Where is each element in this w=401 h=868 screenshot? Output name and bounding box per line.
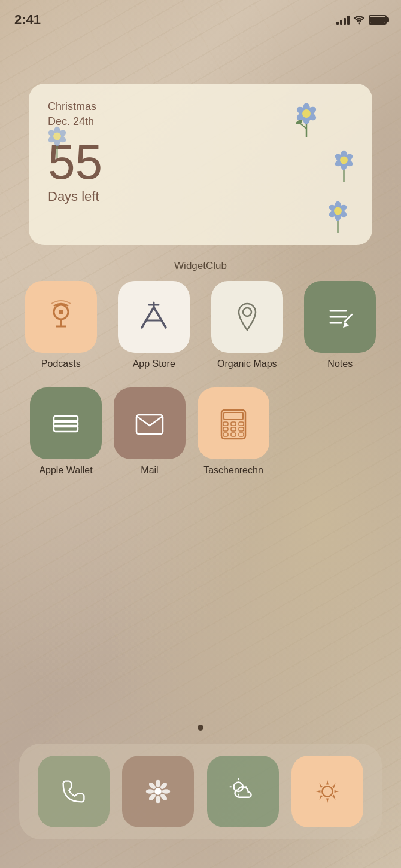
- status-icons: [336, 15, 387, 25]
- svg-rect-58: [223, 427, 228, 431]
- svg-rect-52: [136, 415, 163, 434]
- svg-rect-56: [231, 422, 236, 426]
- mail-icon-bg: [114, 387, 186, 459]
- svg-line-40: [154, 307, 166, 328]
- app-item-podcasts[interactable]: Podcasts: [19, 281, 103, 369]
- page-dot-0[interactable]: [198, 725, 203, 731]
- svg-point-69: [156, 796, 160, 804]
- signal-icon: [336, 15, 350, 25]
- taschenrechner-icon-bg: [198, 387, 269, 459]
- settings-icon: [310, 774, 345, 809]
- svg-rect-55: [223, 422, 228, 426]
- dock-item-weather[interactable]: [207, 756, 279, 827]
- status-time: 2:41: [14, 12, 41, 27]
- app-item-notes[interactable]: Notes: [298, 281, 382, 369]
- app-row-1: Podcasts App Store: [14, 281, 387, 369]
- svg-rect-63: [239, 433, 244, 436]
- taschenrechner-icon: [215, 405, 251, 441]
- svg-point-68: [159, 793, 168, 802]
- svg-point-38: [59, 310, 63, 314]
- flower-decoration-3: [321, 194, 354, 233]
- svg-point-72: [148, 781, 157, 790]
- svg-point-9: [302, 109, 311, 118]
- svg-rect-57: [239, 422, 244, 426]
- app-grid: Podcasts App Store: [14, 281, 387, 494]
- svg-rect-54: [224, 412, 243, 420]
- svg-point-70: [148, 793, 157, 802]
- appstore-icon-bg: [118, 281, 190, 353]
- battery-icon: [369, 15, 387, 25]
- weather-icon: [226, 774, 260, 809]
- dock-item-photos[interactable]: [122, 756, 194, 827]
- photos-icon: [141, 774, 175, 809]
- svg-line-48: [345, 314, 352, 322]
- dock-item-settings[interactable]: [291, 756, 363, 827]
- wallet-icon: [48, 405, 84, 441]
- podcasts-icon-bg: [25, 281, 97, 353]
- taschenrechner-label: Taschenrechn: [203, 465, 263, 476]
- svg-point-67: [162, 789, 171, 794]
- wallet-label: Apple Wallet: [39, 465, 92, 476]
- notes-label: Notes: [327, 359, 353, 369]
- phone-icon: [56, 774, 91, 809]
- svg-rect-59: [231, 427, 236, 431]
- svg-point-78: [323, 786, 333, 796]
- organicmaps-label: Organic Maps: [217, 359, 277, 369]
- notes-icon: [322, 299, 358, 335]
- svg-point-0: [358, 22, 360, 24]
- podcasts-icon: [43, 299, 79, 335]
- dock: [19, 744, 382, 839]
- app-item-wallet[interactable]: Apple Wallet: [24, 387, 108, 476]
- svg-point-18: [340, 157, 348, 164]
- widget-source-label: WidgetClub: [0, 260, 401, 272]
- organicmaps-icon: [229, 299, 265, 335]
- svg-point-65: [156, 780, 160, 788]
- status-bar: 2:41: [0, 0, 401, 32]
- mail-icon: [132, 405, 168, 441]
- flower-decoration-4: [41, 120, 74, 158]
- widget-days-label: Days left: [48, 189, 353, 204]
- svg-point-44: [243, 308, 251, 316]
- svg-rect-61: [223, 433, 228, 436]
- wifi-icon: [353, 15, 365, 25]
- svg-rect-53: [221, 410, 245, 439]
- svg-point-71: [146, 789, 154, 794]
- appstore-icon: [136, 299, 172, 335]
- flower-decoration-1: [288, 96, 324, 137]
- page-dots: [0, 725, 401, 731]
- svg-point-34: [53, 133, 61, 140]
- dock-item-phone[interactable]: [38, 756, 110, 827]
- podcasts-label: Podcasts: [41, 359, 81, 369]
- organicmaps-icon-bg: [211, 281, 283, 353]
- mail-label: Mail: [141, 465, 158, 476]
- flower-decoration-2: [327, 143, 360, 182]
- notes-icon-bg: [304, 281, 376, 353]
- app-item-taschenrechner[interactable]: Taschenrechn: [192, 387, 275, 476]
- countdown-widget: Christmas Dec. 24th 55 Days left: [29, 84, 372, 245]
- svg-line-39: [142, 307, 154, 328]
- svg-rect-62: [231, 433, 236, 436]
- widget-days-number: 55: [48, 137, 353, 187]
- svg-point-66: [159, 781, 168, 790]
- appstore-label: App Store: [133, 359, 175, 369]
- app-item-appstore[interactable]: App Store: [112, 281, 196, 369]
- svg-point-64: [154, 788, 162, 795]
- svg-rect-60: [239, 427, 244, 431]
- svg-point-26: [334, 207, 342, 215]
- app-item-mail[interactable]: Mail: [108, 387, 192, 476]
- app-row-2: Apple Wallet Mail: [14, 387, 387, 476]
- wallet-icon-bg: [30, 387, 102, 459]
- app-item-organicmaps[interactable]: Organic Maps: [205, 281, 289, 369]
